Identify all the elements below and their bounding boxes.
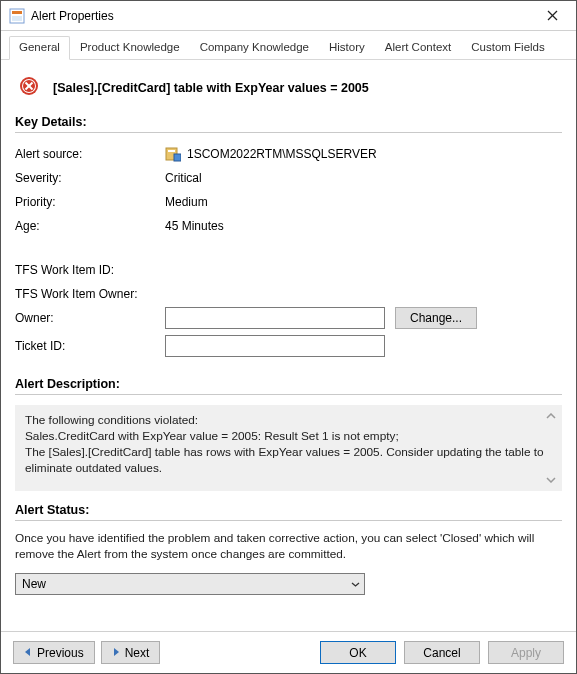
titlebar: Alert Properties xyxy=(1,1,576,31)
tab-panel-general: [Sales].[CreditCard] table with ExpYear … xyxy=(1,60,576,631)
value-age: 45 Minutes xyxy=(165,219,562,233)
svg-rect-1 xyxy=(12,11,22,14)
label-owner: Owner: xyxy=(15,311,165,325)
ok-button[interactable]: OK xyxy=(320,641,396,664)
arrow-right-icon xyxy=(112,647,120,658)
svg-rect-11 xyxy=(168,150,175,152)
value-severity: Critical xyxy=(165,171,562,185)
label-ticket-id: Ticket ID: xyxy=(15,339,165,353)
desc-scroll-down-icon[interactable] xyxy=(544,473,558,487)
alert-description-box: The following conditions violated: Sales… xyxy=(15,405,562,491)
window-title: Alert Properties xyxy=(31,9,530,23)
svg-marker-14 xyxy=(114,648,119,656)
section-key-details: Key Details: xyxy=(15,115,562,133)
previous-button[interactable]: Previous xyxy=(13,641,95,664)
arrow-left-icon xyxy=(24,647,32,658)
tab-custom-fields[interactable]: Custom Fields xyxy=(461,36,555,60)
cancel-button[interactable]: Cancel xyxy=(404,641,480,664)
alert-header: [Sales].[CreditCard] table with ExpYear … xyxy=(15,70,562,115)
value-priority: Medium xyxy=(165,195,562,209)
alert-status-help: Once you have identified the problem and… xyxy=(15,531,562,563)
apply-button[interactable]: Apply xyxy=(488,641,564,664)
tab-general[interactable]: General xyxy=(9,36,70,60)
chevron-down-icon xyxy=(351,578,360,589)
label-tfs-owner: TFS Work Item Owner: xyxy=(15,287,165,301)
label-alert-source: Alert source: xyxy=(15,147,165,161)
value-alert-source: 1SCOM2022RTM\MSSQLSERVER xyxy=(187,147,377,161)
section-alert-description: Alert Description: xyxy=(15,377,562,395)
alert-status-selected: New xyxy=(22,577,46,591)
tab-history[interactable]: History xyxy=(319,36,375,60)
svg-rect-12 xyxy=(174,154,181,161)
ticket-id-input[interactable] xyxy=(165,335,385,357)
label-priority: Priority: xyxy=(15,195,165,209)
desc-line-1: The following conditions violated: xyxy=(25,413,552,429)
server-icon xyxy=(165,146,181,162)
tab-company-knowledge[interactable]: Company Knowledge xyxy=(190,36,319,60)
tab-product-knowledge[interactable]: Product Knowledge xyxy=(70,36,190,60)
close-button[interactable] xyxy=(530,2,574,30)
tab-bar: General Product Knowledge Company Knowle… xyxy=(1,31,576,60)
error-icon xyxy=(19,76,39,99)
dialog-footer: Previous Next OK Cancel Apply xyxy=(1,631,576,673)
desc-line-2: Sales.CreditCard with ExpYear value = 20… xyxy=(25,429,552,445)
label-tfs-id: TFS Work Item ID: xyxy=(15,263,165,277)
section-alert-status: Alert Status: xyxy=(15,503,562,521)
next-button[interactable]: Next xyxy=(101,641,161,664)
desc-line-3: The [Sales].[CreditCard] table has rows … xyxy=(25,445,552,477)
alert-properties-window: Alert Properties General Product Knowled… xyxy=(0,0,577,674)
previous-label: Previous xyxy=(37,646,84,660)
label-age: Age: xyxy=(15,219,165,233)
svg-marker-13 xyxy=(25,648,30,656)
alert-status-select[interactable]: New xyxy=(15,573,365,595)
app-icon xyxy=(9,8,25,24)
desc-scroll-up-icon[interactable] xyxy=(544,409,558,423)
svg-rect-2 xyxy=(12,16,22,21)
change-owner-button[interactable]: Change... xyxy=(395,307,477,329)
tab-alert-context[interactable]: Alert Context xyxy=(375,36,461,60)
alert-title: [Sales].[CreditCard] table with ExpYear … xyxy=(53,81,369,95)
next-label: Next xyxy=(125,646,150,660)
owner-input[interactable] xyxy=(165,307,385,329)
label-severity: Severity: xyxy=(15,171,165,185)
